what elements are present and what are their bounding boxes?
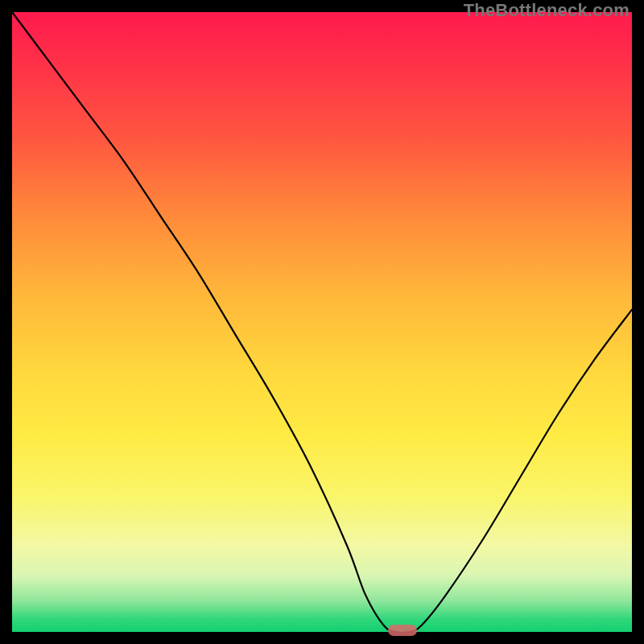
bottleneck-curve [12, 12, 632, 632]
watermark-text: TheBottleneck.com [464, 0, 630, 21]
minimum-marker [388, 625, 417, 636]
plot-area [12, 12, 632, 632]
chart-frame: TheBottleneck.com [0, 0, 644, 644]
